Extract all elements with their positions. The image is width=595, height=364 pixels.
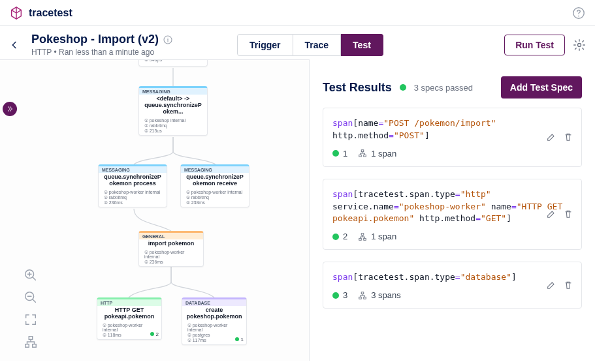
main-split: 540μs MESSAGING <default> -> queue.synch…	[0, 59, 595, 361]
node-meta: pokeshop-worker internal	[103, 323, 157, 332]
node-meta: 118ms	[103, 333, 157, 337]
svg-rect-14	[359, 238, 362, 240]
add-test-spec-button[interactable]: Add Test Spec	[501, 76, 582, 99]
edit-icon[interactable]	[546, 132, 556, 142]
node-title: create pokeshop.pokemon	[182, 306, 246, 322]
help-icon[interactable]	[571, 6, 586, 20]
run-test-button[interactable]: Run Test	[504, 35, 565, 55]
spec-footer: 33 spans	[332, 290, 572, 300]
svg-rect-7	[29, 337, 33, 340]
span-node[interactable]: HTTP HTTP GET pokeapi.pokemon pokeshop-w…	[97, 297, 162, 340]
node-meta: 236ms	[144, 260, 199, 264]
back-chevron-icon[interactable]	[9, 40, 20, 50]
test-spec[interactable]: span[name="POST /pokemon/import" http.me…	[323, 108, 582, 167]
assertion-count: 2	[156, 331, 159, 337]
spec-list: span[name="POST /pokemon/import" http.me…	[310, 108, 595, 322]
svg-rect-9	[33, 344, 37, 348]
node-title: import pokemon	[139, 239, 203, 249]
status-dot	[400, 84, 406, 91]
span-node[interactable]: GENERAL import pokemon pokeshop-worker i…	[138, 231, 204, 267]
edit-icon[interactable]	[546, 209, 556, 219]
spans-icon	[358, 149, 367, 158]
span-node[interactable]: 540μs	[138, 59, 208, 67]
brand: tracetest	[9, 6, 72, 20]
page-header: Pokeshop - Import (v2) HTTP • Ran less t…	[0, 26, 595, 59]
test-spec[interactable]: span[tracetest.span.type="http" service.…	[323, 179, 582, 250]
node-title: queue.synchronizePokemon process	[99, 173, 167, 189]
svg-point-1	[578, 15, 579, 16]
edit-icon[interactable]	[546, 280, 556, 290]
chevrons-right-icon	[6, 105, 14, 113]
node-meta: pokeshop internal	[144, 118, 203, 123]
tab-trace[interactable]: Trace	[293, 34, 342, 56]
span-count: 1 span	[371, 232, 396, 241]
status-text: 3 specs passed	[414, 83, 473, 93]
page-title: Pokeshop - Import (v2)	[31, 33, 159, 46]
svg-point-3	[167, 37, 168, 38]
span-node[interactable]: DATABASE create pokeshop.pokemon pokesho…	[182, 297, 247, 345]
spec-actions	[546, 209, 573, 219]
node-meta: postgres	[187, 333, 242, 337]
span-count: 1 span	[371, 149, 396, 159]
span-node[interactable]: MESSAGING queue.synchronizePokemon recei…	[180, 164, 249, 207]
spec-footer: 11 span	[332, 149, 572, 159]
svg-rect-18	[364, 297, 366, 299]
svg-rect-13	[361, 233, 364, 235]
tab-test[interactable]: Test	[341, 34, 383, 56]
node-meta: rabbitmq	[104, 195, 163, 200]
pass-dot	[332, 150, 339, 157]
pass-count: 1	[343, 149, 347, 159]
zoom-out-icon[interactable]	[24, 290, 38, 305]
topbar: tracetest	[0, 0, 595, 26]
node-meta: pokeshop-worker internal	[144, 250, 199, 259]
node-title: <default> -> queue.synchronizePokem...	[139, 95, 207, 117]
spec-actions	[546, 280, 573, 290]
node-meta: 117ms	[187, 338, 242, 342]
pass-dot	[332, 234, 339, 240]
pass-count: 3	[343, 290, 347, 300]
page-subtitle: HTTP • Ran less than a minute ago	[31, 48, 173, 57]
spec-selector: span[name="POST /pokemon/import" http.me…	[332, 117, 572, 142]
svg-point-4	[578, 43, 581, 46]
tab-trigger[interactable]: Trigger	[237, 34, 293, 56]
fit-view-icon[interactable]	[24, 312, 38, 327]
tree-icon[interactable]	[24, 335, 38, 349]
node-meta: pokeshop-worker internal	[187, 323, 242, 332]
pass-dot	[332, 292, 339, 299]
spec-footer: 21 span	[332, 232, 572, 241]
node-meta: rabbitmq	[186, 195, 245, 200]
span-node[interactable]: MESSAGING queue.synchronizePokemon proce…	[98, 164, 167, 207]
brand-logo	[9, 6, 24, 20]
test-spec[interactable]: span[tracetest.span.type="database"]33 s…	[323, 262, 582, 309]
title-block: Pokeshop - Import (v2) HTTP • Ran less t…	[31, 33, 173, 57]
node-title: queue.synchronizePokemon receive	[181, 173, 249, 189]
node-meta: 215us	[144, 129, 203, 133]
node-title: HTTP GET pokeapi.pokemon	[97, 306, 161, 322]
delete-icon[interactable]	[563, 132, 573, 142]
delete-icon[interactable]	[563, 280, 573, 290]
node-kind: HTTP	[97, 299, 161, 306]
expand-panel-knob[interactable]	[3, 102, 17, 116]
gear-icon[interactable]	[573, 38, 586, 52]
node-kind: MESSAGING	[139, 88, 207, 95]
node-meta: rabbitmq	[144, 123, 203, 128]
node-duration: 540μs	[144, 59, 203, 62]
svg-rect-16	[361, 292, 364, 294]
results-title: Test Results	[323, 81, 392, 95]
delete-icon[interactable]	[563, 209, 573, 219]
spans-icon	[358, 232, 367, 241]
trace-canvas[interactable]: 540μs MESSAGING <default> -> queue.synch…	[0, 59, 310, 361]
svg-rect-17	[359, 297, 362, 299]
node-kind: GENERAL	[139, 233, 203, 239]
span-node[interactable]: MESSAGING <default> -> queue.synchronize…	[138, 86, 208, 136]
node-kind: MESSAGING	[99, 166, 167, 173]
svg-rect-11	[359, 155, 362, 157]
zoom-in-icon[interactable]	[24, 268, 38, 282]
view-tabs: Trigger Trace Test	[237, 34, 383, 56]
svg-rect-15	[364, 238, 366, 240]
node-meta: pokeshop-worker internal	[104, 190, 163, 194]
spec-selector: span[tracetest.span.type="database"]	[332, 271, 572, 284]
spec-actions	[546, 132, 573, 142]
info-icon[interactable]	[163, 35, 173, 45]
span-count: 3 spans	[371, 290, 401, 300]
